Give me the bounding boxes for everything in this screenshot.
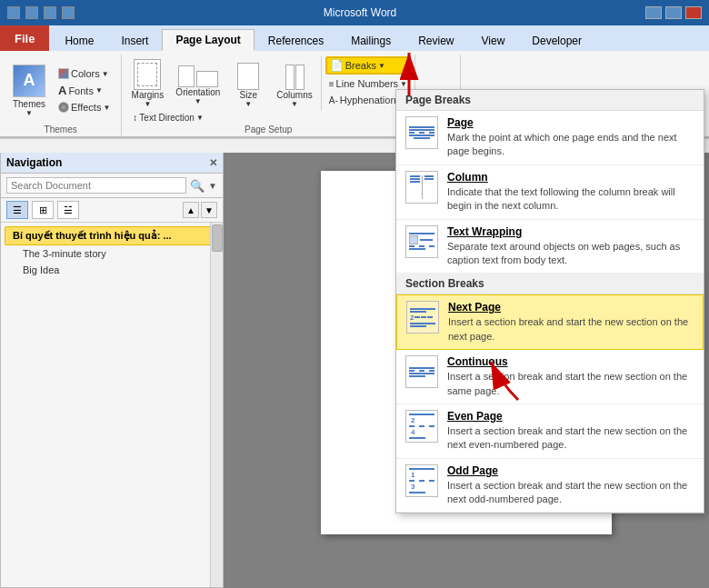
- nav-title: Navigation: [6, 156, 62, 169]
- headings-icon: ☰: [13, 204, 22, 216]
- search-input[interactable]: [6, 177, 186, 194]
- text-direction-icon: ↕: [133, 113, 137, 123]
- nav-scrollbar[interactable]: [210, 223, 223, 587]
- breaks-button[interactable]: 📄 Breaks ▼: [325, 56, 411, 75]
- title-bar: Microsoft Word: [0, 0, 709, 25]
- section-breaks-section-title: Section Breaks: [396, 274, 704, 294]
- tab-page-layout[interactable]: Page Layout: [162, 29, 254, 51]
- nav-item-0[interactable]: Bí quyết thuyết trình hiệu quả: ...: [5, 226, 219, 245]
- dropdown-item-column[interactable]: Column Indicate that the text following …: [396, 165, 704, 220]
- nav-items-list: Bí quyết thuyết trình hiệu quả: ... The …: [1, 223, 223, 282]
- page-break-text: Page Mark the point at which one page en…: [447, 116, 694, 159]
- quick-access-redo[interactable]: [62, 6, 75, 19]
- continuous-icon: [405, 355, 438, 388]
- themes-group: A Themes ▼ Colors ▼ A Fonts ▼: [4, 55, 122, 136]
- nav-view-buttons: ☰ ⊞ ☱ ▲ ▼: [1, 198, 223, 223]
- nav-scroll-up[interactable]: ▲: [183, 202, 199, 218]
- pages-icon: ⊞: [39, 204, 47, 216]
- tab-view[interactable]: View: [468, 29, 519, 51]
- size-button[interactable]: Size ▼: [226, 60, 270, 111]
- fonts-icon: A: [58, 84, 66, 97]
- navigation-pane: Navigation ✕ 🔍 ▼ ☰ ⊞ ☱ ▲ ▼ Bí quyết thuy…: [0, 153, 224, 588]
- quick-access-save[interactable]: [25, 6, 38, 19]
- text-wrapping-icon: [405, 225, 438, 258]
- breaks-icon: 📄: [330, 59, 344, 72]
- margins-button[interactable]: Margins ▼: [125, 56, 169, 111]
- page-breaks-section-title: Page Breaks: [396, 90, 704, 111]
- column-break-text: Column Indicate that the text following …: [447, 171, 694, 214]
- nav-items-container: Bí quyết thuyết trình hiệu quả: ... The …: [1, 223, 223, 587]
- hyphenation-icon: A-: [329, 95, 338, 105]
- title-icon: [7, 6, 20, 19]
- nav-scroll-down[interactable]: ▼: [201, 202, 217, 218]
- nav-header: Navigation ✕: [1, 153, 223, 174]
- columns-icon: [285, 63, 305, 90]
- results-icon: ☱: [64, 204, 73, 216]
- tab-insert[interactable]: Insert: [107, 29, 162, 51]
- continuous-text: Continuous Insert a section break and st…: [447, 355, 694, 398]
- tab-mailings[interactable]: Mailings: [337, 29, 404, 51]
- even-page-icon: 2 4: [405, 410, 438, 443]
- odd-page-text: Odd Page Insert a section break and star…: [447, 464, 694, 507]
- dropdown-item-page[interactable]: Page Mark the point at which one page en…: [396, 111, 704, 165]
- dropdown-item-odd-page[interactable]: 1 3 Odd Page Insert a section break and …: [396, 459, 704, 513]
- even-page-text: Even Page Insert a section break and sta…: [447, 410, 694, 453]
- themes-icon: A: [13, 65, 45, 97]
- page-setup-group-label: Page Setup: [125, 125, 411, 136]
- breaks-dropdown-menu: Page Breaks Page Mark the point at which…: [395, 89, 704, 513]
- maximize-btn[interactable]: [665, 6, 682, 19]
- nav-search-row: 🔍 ▼: [1, 174, 223, 198]
- divider: [321, 56, 322, 111]
- nav-view-results[interactable]: ☱: [57, 201, 79, 219]
- dropdown-item-even-page[interactable]: 2 4 Even Page Insert a section break and…: [396, 404, 704, 459]
- odd-page-icon: 1 3: [405, 464, 438, 497]
- fonts-button[interactable]: A Fonts ▼: [55, 82, 114, 99]
- search-dropdown-icon[interactable]: ▼: [208, 181, 217, 191]
- quick-access-undo[interactable]: [44, 6, 56, 19]
- size-icon: [237, 63, 259, 90]
- columns-button[interactable]: Columns ▼: [272, 60, 316, 111]
- colors-icon: [58, 68, 69, 79]
- orientation-icon: [178, 65, 218, 87]
- nav-item-2[interactable]: Big Idea: [5, 262, 219, 278]
- tab-developer[interactable]: Developer: [518, 29, 595, 51]
- close-btn[interactable]: [685, 6, 702, 19]
- themes-sub-group: Colors ▼ A Fonts ▼ Effects ▼: [55, 66, 114, 115]
- nav-item-1[interactable]: The 3-minute story: [5, 245, 219, 262]
- colors-button[interactable]: Colors ▼: [55, 66, 114, 81]
- tab-bar: File Home Insert Page Layout References …: [0, 25, 709, 51]
- margins-icon: [134, 59, 161, 90]
- dropdown-item-next-page[interactable]: 2 Next Page Insert a section break and s…: [396, 294, 704, 350]
- column-break-icon: [405, 171, 438, 204]
- next-page-text: Next Page Insert a section break and sta…: [448, 301, 694, 344]
- text-direction-button[interactable]: ↕ Text Direction ▼: [129, 111, 207, 125]
- dropdown-item-text-wrapping[interactable]: Text Wrapping Separate text around objec…: [396, 220, 704, 274]
- document-title: Microsoft Word: [80, 6, 640, 19]
- line-numbers-icon: ≡: [329, 79, 335, 89]
- themes-button[interactable]: A Themes ▼: [7, 62, 51, 120]
- nav-scroll-buttons: ▲ ▼: [183, 202, 217, 218]
- tab-home[interactable]: Home: [51, 29, 107, 51]
- scrollbar-thumb[interactable]: [212, 224, 223, 252]
- themes-group-label: Themes: [45, 125, 77, 136]
- page-break-icon: [405, 116, 438, 149]
- minimize-btn[interactable]: [645, 6, 662, 19]
- dropdown-item-continuous[interactable]: Continuous Insert a section break and st…: [396, 350, 704, 404]
- search-icon[interactable]: 🔍: [190, 179, 205, 193]
- nav-header-buttons: ✕: [209, 157, 217, 169]
- text-wrapping-text: Text Wrapping Separate text around objec…: [447, 225, 694, 268]
- effects-button[interactable]: Effects ▼: [55, 100, 114, 115]
- effects-icon: [58, 102, 69, 113]
- page-setup-group: Margins ▼ Orientation ▼ Size ▼: [122, 55, 415, 136]
- tab-references[interactable]: References: [255, 29, 337, 51]
- orientation-button[interactable]: Orientation ▼: [171, 60, 225, 111]
- file-tab[interactable]: File: [0, 25, 49, 51]
- nav-view-headings[interactable]: ☰: [6, 201, 28, 219]
- nav-view-pages[interactable]: ⊞: [32, 201, 54, 219]
- tab-review[interactable]: Review: [404, 29, 467, 51]
- nav-close-btn[interactable]: ✕: [209, 157, 217, 169]
- next-page-icon: 2: [406, 301, 439, 334]
